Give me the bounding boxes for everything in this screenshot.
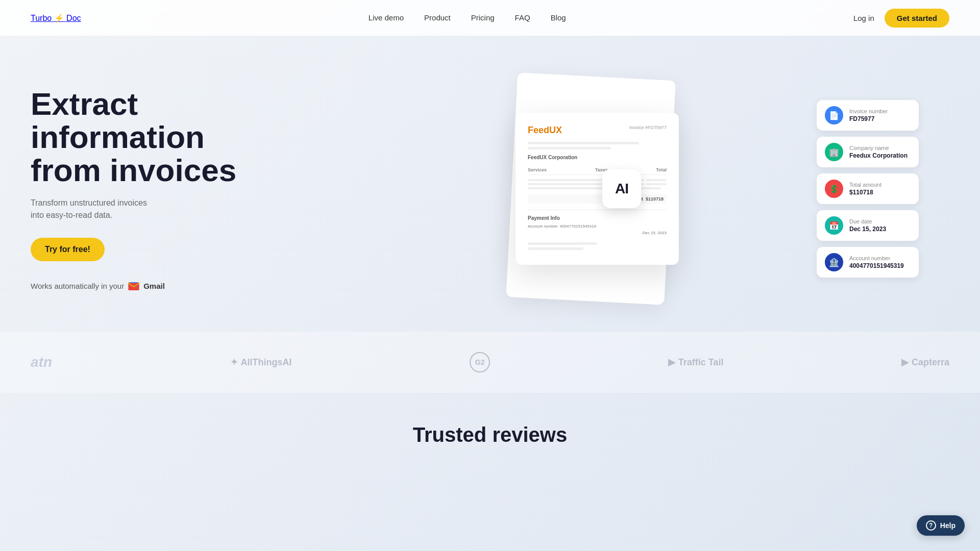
invoice-line-1 [528,142,639,144]
info-card-company-name: 🏢 Company name Feedux Corporation [817,137,919,167]
gmail-icon [128,282,139,290]
logo-capterra: ▶ Capterra [901,357,949,368]
account-number-value: 4004770151945319 [849,262,904,269]
invoice-line-2 [528,147,611,149]
invoice-payment-account: Account number: 4004770151945319 [528,224,667,229]
hero-subtitle: Transform unstructured invoices into eas… [31,197,245,221]
info-card-total-amount: 💲 Total amount $110718 [817,173,919,204]
invoice-row-3 [528,187,667,189]
logo-bolt: ⚡ [54,14,64,22]
hero-gmail-note: Works automatically in your Gmail [31,282,245,290]
company-name-label: Company name [849,145,908,151]
logo-text-part2: Doc [66,14,81,22]
invoice-account-value: 4004770151945319 [560,224,596,229]
hero-title: Extract information from invoices [31,87,245,187]
invoice-logo: FeedUX [528,125,562,136]
trusted-title: Trusted reviews [31,423,949,446]
invoice-number-icon: 📄 [825,106,843,124]
invoice-table-header: Services Taxes Total [528,167,667,175]
logo-allthingsai: ✦ AllThingsAI [230,357,292,368]
invoice-footer-lines [528,242,667,250]
invoice-number-label: Invoice number [849,108,888,114]
invoice-total-line: Total amount $110718 [528,194,667,204]
invoice-row-1 [528,179,667,181]
nav-actions: Log in Get started [853,9,949,28]
invoice-divider [528,210,667,210]
logo-atn: atn [31,354,52,370]
trusted-section: Trusted reviews [0,393,980,467]
info-card-invoice-number: 📄 Invoice number FD75977 [817,100,919,131]
nav-link-blog[interactable]: Blog [551,13,566,22]
hero-section: Extract information from invoices Transf… [0,36,980,332]
help-icon: ? [926,520,936,531]
due-date-value: Dec 15, 2023 [849,226,886,233]
nav-link-faq[interactable]: FAQ [515,13,530,22]
logo[interactable]: Turbo ⚡ Doc [31,13,81,23]
company-name-value: Feedux Corporation [849,152,908,159]
due-date-label: Due date [849,218,886,224]
total-amount-value: $110718 [849,189,881,196]
total-amount-label: Total amount [849,182,881,188]
nav-link-pricing[interactable]: Pricing [471,13,495,22]
invoice-number-value: FD75977 [849,115,888,122]
logo-traffictail: ▶ Traffic Tail [668,357,724,368]
try-free-button[interactable]: Try for free! [31,238,105,261]
invoice-row-2 [528,183,667,185]
navbar: Turbo ⚡ Doc Live demo Product Pricing FA… [0,0,980,36]
account-number-label: Account number [849,255,904,261]
logo-g2: G2 [470,352,490,372]
invoice-number-line: Invoice #FD75977 [629,125,667,130]
hero-text: Extract information from invoices Transf… [31,87,245,290]
logo-text-part1: Turbo [31,14,52,22]
help-button[interactable]: ? Help [917,515,965,536]
hero-visual: FeedUX Invoice #FD75977 FeedUX Corporati… [245,66,949,311]
due-date-icon: 📅 [825,216,843,235]
invoice-company: FeedUX Corporation [528,155,667,160]
ai-badge: AI [602,169,641,208]
login-link[interactable]: Log in [853,14,874,22]
company-name-icon: 🏢 [825,143,843,161]
info-card-due-date: 📅 Due date Dec 15, 2023 [817,210,919,241]
invoice-payment-date: Dec 15, 2023 [528,231,667,235]
invoice-card: FeedUX Invoice #FD75977 FeedUX Corporati… [516,113,679,265]
nav-link-product[interactable]: Product [424,13,451,22]
invoice-payment-title: Payment Info [528,215,667,221]
total-amount-icon: 💲 [825,180,843,198]
account-number-icon: 🏦 [825,253,843,271]
info-cards: 📄 Invoice number FD75977 🏢 Company name … [817,100,919,278]
logos-section: atn ✦ AllThingsAI G2 ▶ Traffic Tail ▶ Ca… [0,332,980,393]
invoice-total-value: $110718 [646,196,664,202]
get-started-button[interactable]: Get started [885,9,949,28]
info-card-account-number: 🏦 Account number 4004770151945319 [817,247,919,278]
invoice-table-rows [528,179,667,189]
nav-links: Live demo Product Pricing FAQ Blog [369,13,566,22]
nav-link-live-demo[interactable]: Live demo [369,13,404,22]
